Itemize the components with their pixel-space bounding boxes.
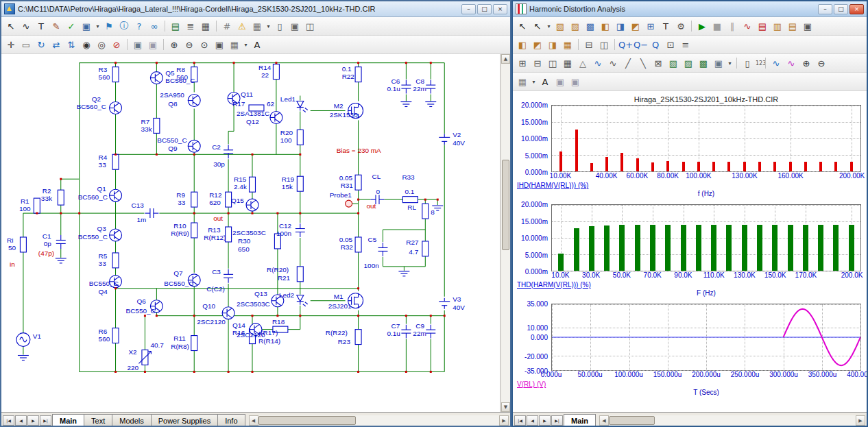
properties-tool-icon[interactable]: ≡ — [679, 38, 692, 51]
vscroll-track[interactable] — [501, 64, 510, 402]
close-button[interactable]: × — [849, 4, 864, 14]
panel-tool-2-icon[interactable]: ▤ — [786, 19, 799, 33]
schematic-vscroll[interactable]: ▲ ▼ — [501, 54, 510, 412]
tab-power-supplies[interactable]: Power Supplies — [151, 414, 218, 426]
panel-left-tool-icon[interactable]: ◧ — [516, 38, 529, 51]
page-nav-next-button[interactable]: ▶ — [539, 415, 551, 426]
xy-plot-tool-icon[interactable]: ⊠ — [651, 56, 665, 70]
help-tool-icon[interactable]: ? — [132, 19, 146, 33]
grid-four-tool-icon[interactable]: ▦ — [561, 56, 575, 70]
scope-pane-4-icon[interactable]: ◧ — [599, 19, 612, 33]
stop-button-icon[interactable]: ■ — [710, 19, 724, 33]
schematic-doc-icon[interactable] — [4, 3, 15, 14]
tab-models[interactable]: Models — [112, 414, 151, 426]
paste-picture-tool-icon[interactable]: ▣ — [568, 75, 582, 88]
flip-vertical-tool-icon[interactable]: ⇅ — [64, 38, 78, 51]
rotate-tool-icon[interactable]: ↻ — [34, 38, 48, 51]
scope-pane-2-icon[interactable]: ▨ — [568, 19, 582, 33]
grid-dots-arrow-icon[interactable]: ▾ — [243, 38, 249, 51]
slope-pos-tool-icon[interactable]: ╱ — [621, 56, 635, 70]
page-nav-next-button[interactable]: ▶ — [27, 415, 39, 426]
analysis-titlebar[interactable]: Harmonic Distortion Analysis – □ × — [513, 1, 867, 17]
schematic-titlebar[interactable]: C:\MC11\DATA\Petrov\Hiraga\Hiraga_Latera… — [1, 1, 510, 17]
scope-pane-5-icon[interactable]: ◨ — [614, 19, 627, 33]
scope-pane-1-icon[interactable]: ▧ — [553, 19, 567, 33]
copy-page-tool-icon[interactable]: ▣ — [288, 19, 302, 33]
panel-bottom-tool-icon[interactable]: ◩ — [531, 38, 544, 51]
scope-pane-3-icon[interactable]: ▩ — [583, 19, 597, 33]
page-nav-last-button[interactable]: ▶| — [551, 415, 563, 426]
copy-picture-tool-icon[interactable]: ▣ — [553, 75, 567, 88]
paste-tool-icon[interactable]: ▣ — [146, 38, 160, 51]
grid-menu-tool-icon[interactable]: ▦ — [250, 19, 264, 33]
ruler-tool-icon[interactable]: △ — [576, 56, 590, 70]
close-button[interactable]: × — [493, 4, 507, 14]
zoom-out-tool-icon[interactable]: ⊖ — [182, 38, 196, 51]
vscroll-thumb[interactable] — [502, 160, 509, 250]
slope-neg-tool-icon[interactable]: ╲ — [636, 56, 650, 70]
zoom-scale-tool-icon[interactable]: ⊙ — [197, 38, 211, 51]
hscroll-track[interactable] — [609, 415, 856, 426]
zoom-out-tool-icon[interactable]: ⊖ — [815, 56, 828, 70]
scope-pane-7-icon[interactable]: ⊞ — [644, 19, 658, 33]
copy-picture-tool-icon[interactable]: ▣ — [131, 38, 145, 51]
page-nav-prev-button[interactable]: ◀ — [527, 415, 538, 426]
grid-two-h-tool-icon[interactable]: ⊟ — [531, 56, 544, 70]
list-tool-icon[interactable]: ≣ — [184, 19, 197, 33]
cursor-wave-1-icon[interactable]: ∿ — [769, 56, 783, 70]
run-button-icon[interactable]: ▶ — [695, 19, 709, 33]
flip-horizontal-tool-icon[interactable]: ⇄ — [49, 38, 63, 51]
reduce-points-tool-icon[interactable]: ∿ — [740, 19, 754, 33]
grid-pattern-tool-icon[interactable]: ▦ — [516, 75, 529, 88]
flag-tool-icon[interactable]: ⚑ — [102, 19, 116, 33]
analysis-limits-tool-icon[interactable]: ▤ — [756, 19, 769, 33]
mesh-high-tool-icon[interactable]: ▩ — [697, 56, 710, 70]
page-nav-prev-button[interactable]: ◀ — [15, 415, 27, 426]
plot-area-3[interactable] — [551, 304, 861, 371]
maximize-button[interactable]: □ — [477, 4, 492, 14]
panel-tool-1-icon[interactable]: ▥ — [771, 19, 784, 33]
select-arrow-icon[interactable]: ↖ — [516, 19, 529, 33]
numeric-values-tool-icon[interactable]: 123 — [756, 56, 762, 70]
scroll-left-button[interactable]: ◀ — [249, 415, 258, 426]
disable-tool-icon[interactable]: ⊘ — [110, 38, 123, 51]
panel-grid-tool-icon[interactable]: ▦ — [561, 38, 575, 51]
maximize-button[interactable]: □ — [834, 4, 848, 14]
grid-one-tool-icon[interactable]: ⊞ — [516, 56, 529, 70]
zoom-out-q-tool-icon[interactable]: Q− — [634, 38, 647, 51]
zoom-auto-q-tool-icon[interactable]: Q — [649, 38, 662, 51]
new-page-tool-icon[interactable]: ▯ — [273, 19, 287, 33]
zoom-in-tool-icon[interactable]: ⊕ — [799, 56, 813, 70]
plot-area-1[interactable] — [551, 105, 861, 172]
link-tool-icon[interactable]: ∞ — [147, 19, 161, 33]
tab-main[interactable]: Main — [564, 414, 596, 426]
pause-button-icon[interactable]: ‖ — [725, 19, 739, 33]
text-tool-icon[interactable]: T — [34, 19, 48, 33]
page-nav-last-button[interactable]: ▶| — [40, 415, 51, 426]
pages-tool-icon[interactable]: ▣ — [80, 19, 93, 33]
restore-limits-tool-icon[interactable]: ⊡ — [664, 38, 677, 51]
check-tool-icon[interactable]: ✓ — [64, 19, 78, 33]
crt-tool-icon[interactable]: ▣ — [801, 19, 815, 33]
plot-area-2[interactable] — [551, 204, 861, 271]
tile-vertical-tool-icon[interactable]: ◫ — [597, 38, 611, 51]
snapshot-tool-icon[interactable]: ▣ — [213, 38, 226, 51]
hscroll-thumb[interactable] — [609, 416, 655, 425]
minimize-button[interactable]: – — [461, 4, 476, 14]
text-tool-icon[interactable]: T — [659, 19, 673, 33]
component-wave-icon[interactable]: ∿ — [19, 19, 33, 33]
window-split-tool-icon[interactable]: ◫ — [303, 19, 317, 33]
panel-right-tool-icon[interactable]: ◨ — [546, 38, 559, 51]
warning-conditions-tool-icon[interactable]: ⚠ — [235, 19, 249, 33]
scroll-left-button[interactable]: ◀ — [599, 415, 609, 426]
gear-tool-icon[interactable]: ⚙ — [674, 19, 688, 33]
scroll-right-button[interactable]: ▶ — [856, 415, 865, 426]
cursor-menu-icon[interactable]: ↖ — [531, 19, 544, 33]
find-next-tool-icon[interactable]: ◎ — [95, 38, 108, 51]
pages-menu-icon[interactable]: ▾ — [95, 19, 101, 33]
find-tool-icon[interactable]: ◉ — [80, 38, 93, 51]
grid-dots-tool-icon[interactable]: ▦ — [228, 38, 241, 51]
scroll-up-button[interactable]: ▲ — [501, 54, 510, 64]
page-nav-first-button[interactable]: |◀ — [3, 415, 14, 426]
sheet-tool-icon[interactable]: ▤ — [169, 19, 182, 33]
